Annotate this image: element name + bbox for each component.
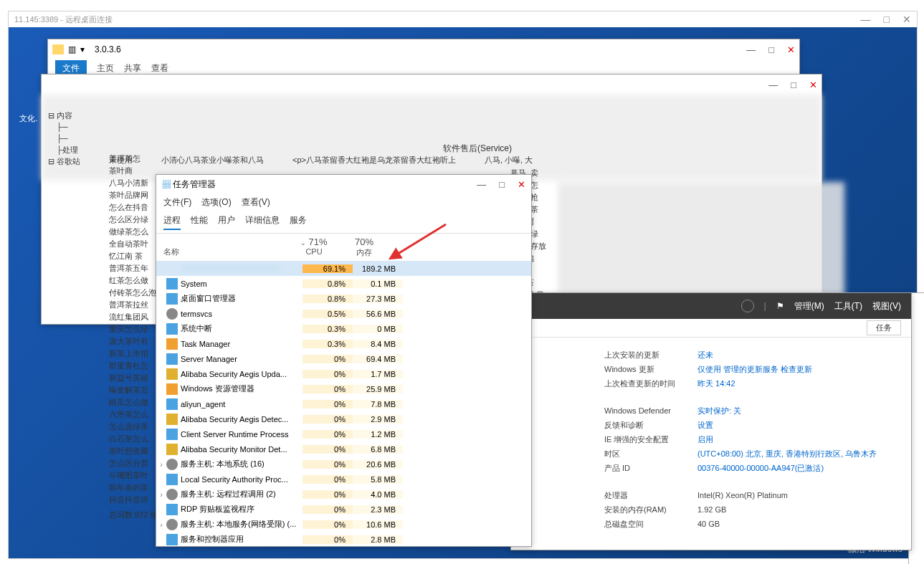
tab-services[interactable]: 服务 (290, 214, 307, 230)
annotation-arrow-icon (389, 221, 453, 264)
tm-columns: 名称 ⌄ 71%CPU 70%内存 (156, 234, 531, 261)
win-close-icon[interactable]: ✕ (518, 179, 525, 190)
tree-item[interactable]: 谷歌站 (57, 157, 80, 166)
col-mem[interactable]: 70%内存 (339, 234, 389, 261)
remote-desktop: 文化. ▥ ▾ 3.0.3.6 — □ ✕ 文件 主页 共享 查看 (9, 27, 917, 558)
tab-home[interactable]: 主页 (97, 62, 114, 75)
process-row[interactable]: RDP 剪贴板监视程序0%2.3 MB (156, 502, 531, 517)
info-row: 上次检查更新的时间昨天 14:42 (604, 376, 897, 391)
rdc-max-icon[interactable]: □ (884, 14, 890, 25)
process-row[interactable]: ›服务主机: 本地系统 (16)0%20.6 MB (156, 457, 531, 472)
process-list: 69.1%189.2 MB System0.8%0.1 MB 桌面窗口管理器0.… (156, 261, 531, 547)
task-manager-window: ▦ 任务管理器 — □ ✕ 文件(F) 选项(O) 查看(V) 进程 性能 用户… (156, 174, 532, 547)
menu-view[interactable]: 查看(V) (242, 196, 270, 209)
rdc-close-icon[interactable]: ✕ (902, 14, 911, 25)
explorer-path: 3.0.3.6 (95, 44, 121, 54)
process-row[interactable]: ›服务主机: 本地服务(网络受限) (...0%10.6 MB (156, 517, 531, 532)
menu-tools[interactable]: 工具(T) (834, 300, 862, 312)
menu-manage[interactable]: 管理(M) (794, 300, 824, 312)
col-cpu[interactable]: ⌄ 71%CPU (289, 234, 339, 261)
win-close-icon[interactable]: ✕ (787, 44, 795, 55)
menu-file[interactable]: 文件(F) (163, 196, 191, 209)
info-row: 安装的内存(RAM)1.92 GB (604, 502, 897, 517)
sys-top-bar: | ⚑ 管理(M) 工具(T) 视图(V) (511, 293, 911, 319)
process-row[interactable]: 69.1%189.2 MB (156, 261, 531, 276)
tab-processes[interactable]: 进程 (163, 214, 181, 230)
qat-doc-icon[interactable]: ▥ (68, 44, 76, 54)
process-row[interactable]: Task Manager0.3%8.4 MB (156, 336, 531, 351)
process-row[interactable]: System0.8%0.1 MB (156, 276, 531, 291)
tab-share[interactable]: 共享 (124, 62, 141, 75)
win-min-icon[interactable]: — (768, 80, 778, 90)
win-min-icon[interactable]: — (477, 179, 486, 190)
server-manager-window: | ⚑ 管理(M) 工具(T) 视图(V) 任务 上次安装的更新还未Window… (510, 292, 912, 550)
process-row[interactable]: Client Server Runtime Process0%1.2 MB (156, 426, 531, 441)
process-row[interactable]: 系统中断0.3%0 MB (156, 321, 531, 336)
phrase-row: 未使用 小清心八马茶业小曝茶和八马 <p>八马茶留香大红袍是乌龙茶留香大红袍听上… (109, 155, 533, 166)
service-label: 软件售后(Service) (443, 143, 512, 155)
process-row[interactable]: Local Security Authority Proc...0%5.8 MB (156, 472, 531, 487)
info-row: 产品 ID00376-40000-00000-AA947(已激活) (604, 461, 897, 475)
win-min-icon[interactable]: — (746, 44, 756, 55)
info-row: IE 增强的安全配置启用 (604, 432, 897, 446)
process-row[interactable]: 服务和控制器应用0%2.8 MB (156, 532, 531, 547)
process-row[interactable]: termsvcs0.5%56.6 MB (156, 306, 531, 321)
win-max-icon[interactable]: □ (499, 179, 505, 190)
info-row: 总磁盘空间40 GB (604, 517, 897, 531)
tab-view[interactable]: 查看 (151, 62, 168, 75)
info-row: 上次安装的更新还未 (604, 348, 897, 362)
process-row[interactable]: 桌面窗口管理器0.8%27.3 MB (156, 291, 531, 306)
menu-options[interactable]: 选项(O) (201, 196, 231, 209)
info-row: 反馈和诊断设置 (604, 418, 897, 432)
win-close-icon[interactable]: ✕ (809, 80, 817, 90)
info-row: Windows Defender实时保护: 关 (604, 403, 897, 418)
info-row: Windows 更新仅使用 管理的更新服务 检查更新 (604, 362, 897, 376)
tree-sidebar: ⊟ 内容 ├─ ├─ ├处理 ⊟ 谷歌站 (48, 110, 105, 167)
rdc-titlebar: 11.145:3389 - 远程桌面连接 — □ ✕ (9, 11, 917, 27)
process-row[interactable]: Alibaba Security Aegis Detec...0%2.9 MB (156, 411, 531, 426)
info-row: 处理器Intel(R) Xeon(R) Platinum (604, 488, 897, 502)
tab-users[interactable]: 用户 (218, 214, 235, 230)
process-row[interactable]: Server Manager0%69.4 MB (156, 351, 531, 366)
qat-down-icon[interactable]: ▾ (80, 44, 85, 54)
tasks-button[interactable]: 任务 (867, 320, 901, 335)
menu-view[interactable]: 视图(V) (872, 300, 901, 312)
list-item[interactable]: 普洱茶怎 (109, 153, 166, 165)
rdc-min-icon[interactable]: — (861, 14, 871, 25)
win-max-icon[interactable]: □ (791, 80, 796, 90)
process-row[interactable]: Alibaba Security Aegis Upda...0%1.7 MB (156, 366, 531, 381)
refresh-icon[interactable] (741, 300, 754, 312)
tree-item[interactable]: 内容 (57, 111, 72, 120)
tab-performance[interactable]: 性能 (191, 214, 208, 230)
process-row[interactable]: Windows 资源管理器0%25.9 MB (156, 381, 531, 396)
rdc-title-text: 11.145:3389 - 远程桌面连接 (14, 14, 113, 25)
flag-icon[interactable]: ⚑ (776, 301, 784, 311)
process-row[interactable]: aliyun_agent0%7.8 MB (156, 396, 531, 411)
col-name[interactable]: 名称 (156, 234, 289, 261)
process-row[interactable]: Alibaba Security Monitor Det...0%6.8 MB (156, 441, 531, 457)
folder-icon (52, 44, 64, 54)
process-row[interactable]: ›服务主机: 远程过程调用 (2)0%4.0 MB (156, 487, 531, 502)
svg-line-0 (396, 224, 446, 255)
system-info: 上次安装的更新还未Windows 更新仅使用 管理的更新服务 检查更新上次检查更… (511, 338, 911, 531)
tm-title: 任务管理器 (173, 179, 216, 189)
tab-details[interactable]: 详细信息 (245, 214, 280, 230)
tree-item[interactable]: 处理 (62, 145, 78, 154)
win-max-icon[interactable]: □ (768, 44, 774, 55)
info-row: 时区(UTC+08:00) 北京, 重庆, 香港特别行政区, 乌鲁木齐 (604, 446, 897, 461)
